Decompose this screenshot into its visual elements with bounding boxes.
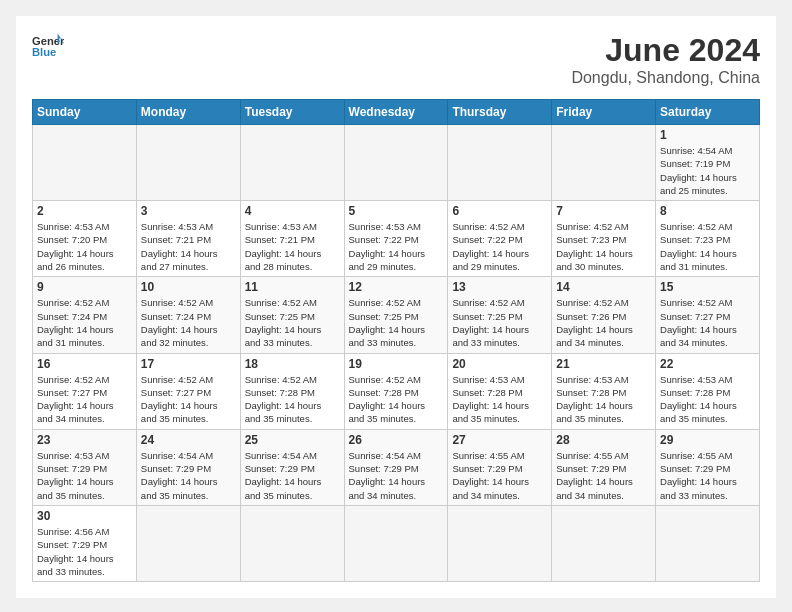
day-info: Sunrise: 4:54 AM Sunset: 7:29 PM Dayligh… (245, 449, 340, 502)
location: Dongdu, Shandong, China (571, 69, 760, 87)
table-row: 29Sunrise: 4:55 AM Sunset: 7:29 PM Dayli… (656, 429, 760, 505)
table-row: 11Sunrise: 4:52 AM Sunset: 7:25 PM Dayli… (240, 277, 344, 353)
header-row: Sunday Monday Tuesday Wednesday Thursday… (33, 100, 760, 125)
table-row (448, 125, 552, 201)
day-number: 23 (37, 433, 132, 447)
table-row: 17Sunrise: 4:52 AM Sunset: 7:27 PM Dayli… (136, 353, 240, 429)
day-number: 2 (37, 204, 132, 218)
day-info: Sunrise: 4:54 AM Sunset: 7:29 PM Dayligh… (141, 449, 236, 502)
day-number: 25 (245, 433, 340, 447)
day-info: Sunrise: 4:54 AM Sunset: 7:19 PM Dayligh… (660, 144, 755, 197)
day-info: Sunrise: 4:53 AM Sunset: 7:21 PM Dayligh… (245, 220, 340, 273)
day-number: 16 (37, 357, 132, 371)
day-info: Sunrise: 4:54 AM Sunset: 7:29 PM Dayligh… (349, 449, 444, 502)
table-row (344, 125, 448, 201)
col-monday: Monday (136, 100, 240, 125)
table-row (656, 505, 760, 581)
day-info: Sunrise: 4:53 AM Sunset: 7:21 PM Dayligh… (141, 220, 236, 273)
day-number: 29 (660, 433, 755, 447)
logo: General Blue (32, 32, 64, 60)
day-number: 26 (349, 433, 444, 447)
day-info: Sunrise: 4:52 AM Sunset: 7:27 PM Dayligh… (37, 373, 132, 426)
day-info: Sunrise: 4:53 AM Sunset: 7:28 PM Dayligh… (556, 373, 651, 426)
day-number: 13 (452, 280, 547, 294)
table-row (240, 125, 344, 201)
day-info: Sunrise: 4:55 AM Sunset: 7:29 PM Dayligh… (452, 449, 547, 502)
table-row: 30Sunrise: 4:56 AM Sunset: 7:29 PM Dayli… (33, 505, 137, 581)
table-row: 7Sunrise: 4:52 AM Sunset: 7:23 PM Daylig… (552, 201, 656, 277)
table-row (552, 505, 656, 581)
table-row: 2Sunrise: 4:53 AM Sunset: 7:20 PM Daylig… (33, 201, 137, 277)
day-number: 3 (141, 204, 236, 218)
day-info: Sunrise: 4:53 AM Sunset: 7:28 PM Dayligh… (452, 373, 547, 426)
calendar-table: Sunday Monday Tuesday Wednesday Thursday… (32, 99, 760, 582)
table-row: 19Sunrise: 4:52 AM Sunset: 7:28 PM Dayli… (344, 353, 448, 429)
table-row: 6Sunrise: 4:52 AM Sunset: 7:22 PM Daylig… (448, 201, 552, 277)
table-row: 10Sunrise: 4:52 AM Sunset: 7:24 PM Dayli… (136, 277, 240, 353)
header: General Blue June 2024 Dongdu, Shandong,… (32, 32, 760, 87)
day-number: 8 (660, 204, 755, 218)
col-wednesday: Wednesday (344, 100, 448, 125)
table-row: 8Sunrise: 4:52 AM Sunset: 7:23 PM Daylig… (656, 201, 760, 277)
day-info: Sunrise: 4:55 AM Sunset: 7:29 PM Dayligh… (556, 449, 651, 502)
day-number: 5 (349, 204, 444, 218)
day-number: 6 (452, 204, 547, 218)
day-number: 14 (556, 280, 651, 294)
table-row (240, 505, 344, 581)
day-number: 20 (452, 357, 547, 371)
month-title: June 2024 (571, 32, 760, 69)
day-info: Sunrise: 4:52 AM Sunset: 7:28 PM Dayligh… (349, 373, 444, 426)
day-info: Sunrise: 4:52 AM Sunset: 7:25 PM Dayligh… (452, 296, 547, 349)
day-number: 18 (245, 357, 340, 371)
day-info: Sunrise: 4:52 AM Sunset: 7:23 PM Dayligh… (660, 220, 755, 273)
title-block: June 2024 Dongdu, Shandong, China (571, 32, 760, 87)
table-row (552, 125, 656, 201)
day-info: Sunrise: 4:52 AM Sunset: 7:24 PM Dayligh… (37, 296, 132, 349)
day-info: Sunrise: 4:53 AM Sunset: 7:29 PM Dayligh… (37, 449, 132, 502)
calendar-page: General Blue June 2024 Dongdu, Shandong,… (16, 16, 776, 598)
day-info: Sunrise: 4:55 AM Sunset: 7:29 PM Dayligh… (660, 449, 755, 502)
day-number: 15 (660, 280, 755, 294)
table-row: 18Sunrise: 4:52 AM Sunset: 7:28 PM Dayli… (240, 353, 344, 429)
table-row: 1Sunrise: 4:54 AM Sunset: 7:19 PM Daylig… (656, 125, 760, 201)
day-number: 22 (660, 357, 755, 371)
day-info: Sunrise: 4:52 AM Sunset: 7:25 PM Dayligh… (349, 296, 444, 349)
day-number: 27 (452, 433, 547, 447)
table-row: 5Sunrise: 4:53 AM Sunset: 7:22 PM Daylig… (344, 201, 448, 277)
day-number: 17 (141, 357, 236, 371)
day-number: 24 (141, 433, 236, 447)
table-row: 23Sunrise: 4:53 AM Sunset: 7:29 PM Dayli… (33, 429, 137, 505)
table-row: 9Sunrise: 4:52 AM Sunset: 7:24 PM Daylig… (33, 277, 137, 353)
day-info: Sunrise: 4:52 AM Sunset: 7:22 PM Dayligh… (452, 220, 547, 273)
day-number: 9 (37, 280, 132, 294)
col-sunday: Sunday (33, 100, 137, 125)
day-number: 30 (37, 509, 132, 523)
table-row: 4Sunrise: 4:53 AM Sunset: 7:21 PM Daylig… (240, 201, 344, 277)
table-row: 28Sunrise: 4:55 AM Sunset: 7:29 PM Dayli… (552, 429, 656, 505)
col-saturday: Saturday (656, 100, 760, 125)
day-info: Sunrise: 4:52 AM Sunset: 7:27 PM Dayligh… (141, 373, 236, 426)
day-info: Sunrise: 4:52 AM Sunset: 7:26 PM Dayligh… (556, 296, 651, 349)
table-row: 15Sunrise: 4:52 AM Sunset: 7:27 PM Dayli… (656, 277, 760, 353)
day-number: 28 (556, 433, 651, 447)
day-number: 4 (245, 204, 340, 218)
table-row: 13Sunrise: 4:52 AM Sunset: 7:25 PM Dayli… (448, 277, 552, 353)
table-row (136, 125, 240, 201)
day-info: Sunrise: 4:53 AM Sunset: 7:22 PM Dayligh… (349, 220, 444, 273)
day-number: 12 (349, 280, 444, 294)
day-info: Sunrise: 4:53 AM Sunset: 7:28 PM Dayligh… (660, 373, 755, 426)
day-info: Sunrise: 4:52 AM Sunset: 7:24 PM Dayligh… (141, 296, 236, 349)
table-row: 20Sunrise: 4:53 AM Sunset: 7:28 PM Dayli… (448, 353, 552, 429)
table-row: 14Sunrise: 4:52 AM Sunset: 7:26 PM Dayli… (552, 277, 656, 353)
table-row: 16Sunrise: 4:52 AM Sunset: 7:27 PM Dayli… (33, 353, 137, 429)
table-row: 12Sunrise: 4:52 AM Sunset: 7:25 PM Dayli… (344, 277, 448, 353)
day-number: 21 (556, 357, 651, 371)
day-number: 10 (141, 280, 236, 294)
day-info: Sunrise: 4:52 AM Sunset: 7:27 PM Dayligh… (660, 296, 755, 349)
table-row: 24Sunrise: 4:54 AM Sunset: 7:29 PM Dayli… (136, 429, 240, 505)
svg-text:Blue: Blue (32, 46, 56, 58)
table-row: 26Sunrise: 4:54 AM Sunset: 7:29 PM Dayli… (344, 429, 448, 505)
day-number: 1 (660, 128, 755, 142)
day-info: Sunrise: 4:52 AM Sunset: 7:28 PM Dayligh… (245, 373, 340, 426)
day-info: Sunrise: 4:53 AM Sunset: 7:20 PM Dayligh… (37, 220, 132, 273)
